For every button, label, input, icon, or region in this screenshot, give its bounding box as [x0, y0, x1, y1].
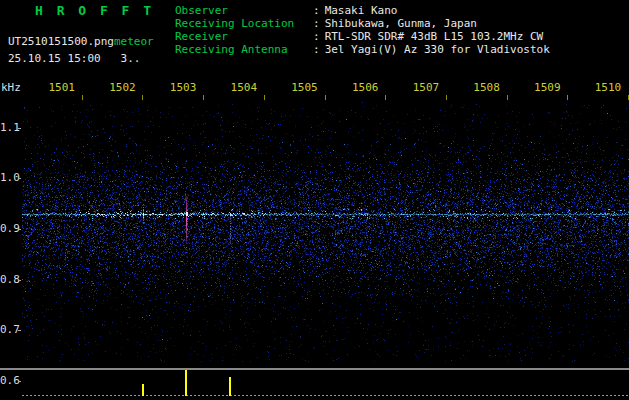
time-tick-label: 1503 — [170, 81, 197, 94]
freq-tick-mark — [18, 381, 21, 382]
time-tick-label: 1510 — [595, 81, 622, 94]
freq-tick-label: 0.8 — [0, 273, 20, 286]
info-colon: : — [313, 43, 320, 56]
output-filename-line: UT2510151500.pngmeteor — [8, 35, 154, 48]
freq-tick-label: 0.9 — [0, 222, 20, 235]
freq-tick-mark — [18, 178, 21, 179]
info-value: Shibukawa, Gunma, Japan — [325, 17, 477, 30]
time-tick-label: 1502 — [109, 81, 136, 94]
info-row-observer: Observer:Masaki Kano — [175, 4, 550, 17]
time-axis: 1501150215031504150515061507150815091510 — [0, 81, 629, 100]
observation-info: Observer:Masaki Kano Receiving Location:… — [175, 4, 550, 56]
freq-tick-label: 1.0 — [0, 171, 20, 184]
freq-tick-mark — [18, 229, 21, 230]
info-colon: : — [313, 4, 320, 17]
time-tick-label: 1506 — [352, 81, 379, 94]
station-label: meteor — [114, 35, 154, 48]
separator-line — [0, 368, 629, 370]
time-tick-label: 1505 — [291, 81, 318, 94]
freq-tick-label: 0.6 — [0, 374, 20, 387]
freq-tick-label: 0.7 — [0, 323, 20, 336]
info-colon: : — [313, 30, 320, 43]
info-label: Receiving Antenna — [175, 43, 313, 56]
info-label: Observer — [175, 4, 313, 17]
meter-baseline — [22, 395, 629, 396]
freq-tick-label: 1.1 — [0, 121, 20, 134]
freq-tick-mark — [18, 280, 21, 281]
info-row-antenna: Receiving Antenna:3el Yagi(V) Az 330 for… — [175, 43, 550, 56]
info-label: Receiver — [175, 30, 313, 43]
freq-tick-mark — [18, 128, 21, 129]
spectrogram-canvas — [22, 100, 629, 392]
info-row-receiver: Receiver:RTL-SDR SDR# 43dB L15 103.2MHz … — [175, 30, 550, 43]
info-colon: : — [313, 17, 320, 30]
time-tick-label: 1509 — [534, 81, 561, 94]
time-tick-label: 1508 — [473, 81, 500, 94]
frequency-axis: 1.11.00.90.80.70.6 — [0, 0, 22, 400]
app-title: H R O F F T — [35, 3, 154, 18]
info-value: 3el Yagi(V) Az 330 for Vladivostok — [325, 43, 550, 56]
output-filename: UT2510151500.png — [8, 35, 114, 48]
info-value: Masaki Kano — [325, 4, 398, 17]
time-tick-label: 1501 — [48, 81, 75, 94]
time-tick-label: 1504 — [231, 81, 258, 94]
info-value: RTL-SDR SDR# 43dB L15 103.2MHz CW — [325, 30, 544, 43]
freq-tick-mark — [18, 330, 21, 331]
info-label: Receiving Location — [175, 17, 313, 30]
info-row-location: Receiving Location:Shibukawa, Gunma, Jap… — [175, 17, 550, 30]
time-tick-label: 1507 — [413, 81, 440, 94]
datetime-label: 25.10.15 15:00 3.. — [8, 52, 140, 65]
hrofft-output-screen: H R O F F T UT2510151500.pngmeteor 25.10… — [0, 0, 629, 400]
